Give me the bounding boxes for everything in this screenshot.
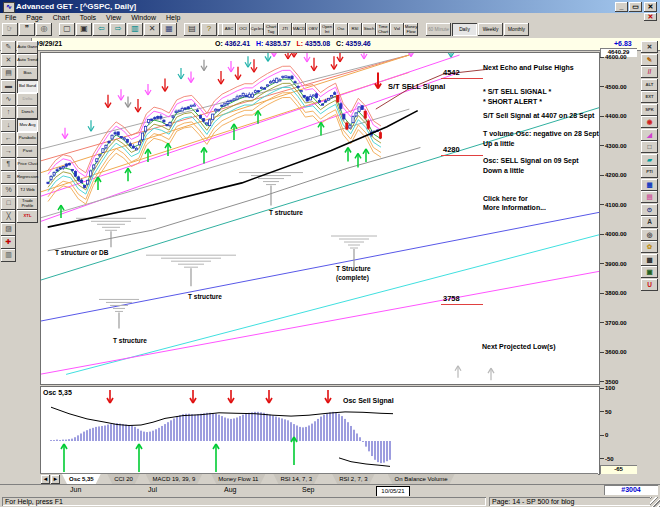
tab-scroll-left[interactable]: ◄ — [41, 475, 50, 484]
study-button-obv[interactable]: OBV — [306, 23, 320, 36]
magnet-icon[interactable]: U — [641, 279, 658, 291]
timeframe-60-minute[interactable]: 60 Minute — [426, 23, 451, 36]
print-icon[interactable]: ▤ — [184, 23, 200, 36]
study-tool-regression[interactable]: Regression — [17, 171, 38, 184]
study-button-osc[interactable]: Osc — [334, 23, 348, 36]
study-button-stoch[interactable]: Stoch — [362, 23, 376, 36]
mob-icon[interactable]: ▦ — [641, 179, 658, 191]
open-icon[interactable]: ▣ — [76, 23, 92, 36]
study-button-money-flow[interactable]: Money Flow — [404, 23, 418, 36]
title-bar[interactable]: ∿ Advanced GET - [^GSPC, Daily] _ ▭ ✕ — [0, 0, 660, 13]
box-tool-icon[interactable]: □ — [1, 197, 16, 210]
study-button-macd[interactable]: MACD — [292, 23, 306, 36]
study-button-jti[interactable]: JTI — [278, 23, 292, 36]
tab-on-balance-volume[interactable]: On Balance Volume — [388, 474, 455, 484]
spk-tool-button[interactable]: SPK — [641, 104, 658, 116]
menu-help[interactable]: Help — [161, 13, 185, 22]
study-tool-pivot[interactable]: Pivot — [17, 145, 38, 158]
add-tool-icon[interactable]: ✚ — [1, 236, 16, 249]
pti-button[interactable]: PTI — [641, 166, 658, 178]
regression-icon[interactable]: ▰ — [641, 154, 658, 166]
study-tool-delta[interactable]: Delta — [17, 93, 38, 106]
fib-circle-icon[interactable]: ◉ — [641, 116, 658, 128]
back-icon[interactable]: ⇦ — [93, 23, 109, 36]
pencil-icon[interactable]: ✎ — [641, 54, 658, 66]
study-tool-trade-profile[interactable]: Trade Profile — [17, 197, 38, 210]
hatch-tool-icon[interactable]: ▨ — [1, 223, 16, 236]
palette-icon[interactable]: ✿ — [641, 241, 658, 253]
study-button-rsi[interactable]: RSI — [348, 23, 362, 36]
study-button-cycles[interactable]: Cycles — [250, 23, 264, 36]
tab-macd-19-39-9[interactable]: MACD 19, 39, 9 — [146, 474, 203, 484]
study-tool-donch[interactable]: Donch — [17, 106, 38, 119]
close-button[interactable]: ✕ — [644, 2, 657, 12]
arrow-right-tool-icon[interactable]: → — [1, 145, 16, 158]
study-tool-auto-gann[interactable]: Auto Gann — [17, 41, 38, 54]
help-icon[interactable]: ? — [201, 23, 217, 36]
timeframe-daily[interactable]: Daily — [452, 23, 477, 36]
price-chart-canvas[interactable]: S/T SELL SignalNext Echo and Pulse Highs… — [40, 52, 600, 385]
forward-icon[interactable]: ⇨ — [110, 23, 126, 36]
study-tool-xtl[interactable]: XTL — [17, 210, 38, 223]
lines-tool-icon[interactable]: ≡ — [1, 171, 16, 184]
study-tool-tj-web[interactable]: TJ Web — [17, 184, 38, 197]
pen-tool-icon[interactable]: ✎ — [1, 41, 16, 54]
study-tool-auto-trend[interactable]: Auto Trend — [17, 54, 38, 67]
zoom-tool-icon[interactable]: ◎ — [641, 229, 658, 241]
gann-tool-icon[interactable]: ✕ — [1, 54, 16, 67]
bar-tool-icon[interactable]: ▬ — [1, 80, 16, 93]
timeframe-weekly[interactable]: Weekly — [478, 23, 503, 36]
quote-icon[interactable]: ❞ — [19, 23, 35, 36]
trendlines-icon[interactable]: // — [641, 66, 658, 78]
study-tool-bias[interactable]: Bias — [17, 67, 38, 80]
oscillator-canvas[interactable]: Osc 5,35Osc Sell Signal — [40, 386, 600, 475]
arrow-up-tool-icon[interactable]: ↑ — [1, 106, 16, 119]
menu-tools[interactable]: Tools — [75, 13, 101, 22]
alt-tool-button[interactable]: ALT — [641, 79, 658, 91]
paste-icon[interactable]: ▥ — [127, 23, 143, 36]
tab-rsi-14-7-3[interactable]: RSI 14, 7, 3 — [273, 474, 319, 484]
chart-folder-icon[interactable]: ▥ — [1, 249, 16, 262]
ext-tool-button[interactable]: EXT — [641, 91, 658, 103]
time-cycle-icon[interactable]: ⊙ — [641, 204, 658, 216]
percent-tool-icon[interactable]: % — [1, 184, 16, 197]
study-button-vol[interactable]: Vol — [390, 23, 404, 36]
study-button-open-int[interactable]: Open Int — [320, 23, 334, 36]
context-help-icon[interactable]: ☞ — [2, 23, 18, 36]
new-chart-icon[interactable]: ▢ — [59, 23, 75, 36]
study-button-chart-tag[interactable]: Chart Tag — [264, 23, 278, 36]
study-tool-parabolic[interactable]: Parabolic — [17, 132, 38, 145]
minimize-button[interactable]: _ — [615, 2, 628, 12]
chart-close-icon[interactable]: ✕ — [641, 41, 658, 53]
study-button-time-chart[interactable]: Time Chart — [376, 23, 390, 36]
zoom-icon[interactable]: ◎ — [36, 23, 52, 36]
ellipse-icon[interactable]: □ — [641, 141, 658, 153]
menu-page[interactable]: Page — [21, 13, 47, 22]
delete-icon[interactable]: ✕ — [144, 23, 160, 36]
text-annotation-icon[interactable]: A — [641, 216, 658, 228]
mdi-close-button[interactable]: ✕ — [644, 13, 657, 21]
menu-view[interactable]: View — [101, 13, 126, 22]
resize-grip[interactable] — [650, 497, 660, 507]
cross-lines-icon[interactable]: ╳ — [1, 210, 16, 223]
copy-page-icon[interactable]: ▣ — [641, 266, 658, 278]
study-button-abc[interactable]: ABC — [222, 23, 236, 36]
fan-icon[interactable]: ◢ — [641, 129, 658, 141]
tab-money-flow-11[interactable]: Money Flow 11 — [211, 474, 265, 484]
study-tool-price-clust[interactable]: Price Clust — [17, 158, 38, 171]
tab-osc-5-35[interactable]: Osc 5,35 — [62, 474, 101, 484]
tab-rsi-2-7-3[interactable]: RSI 2, 7, 3 — [332, 474, 374, 484]
arrow-left-tool-icon[interactable]: ← — [1, 132, 16, 145]
text-tool-icon[interactable]: ¶ — [1, 158, 16, 171]
dot-grid-icon[interactable]: ▩ — [641, 254, 658, 266]
elliott-wave-icon[interactable]: ∿ — [1, 93, 16, 106]
study-tool-bol-band[interactable]: Bol Band — [17, 80, 38, 93]
tab-scroll-right[interactable]: ► — [51, 475, 60, 484]
menu-file[interactable]: File — [0, 13, 21, 22]
levels-icon[interactable]: ▤ — [641, 191, 658, 203]
tab-cci-20[interactable]: CCI 20 — [107, 474, 140, 484]
study-button-oci[interactable]: OCI — [236, 23, 250, 36]
arrow-down-tool-icon[interactable]: ↓ — [1, 119, 16, 132]
chart-grid-icon[interactable]: ▦ — [161, 23, 177, 36]
ruler-tool-icon[interactable]: ▤ — [1, 67, 16, 80]
